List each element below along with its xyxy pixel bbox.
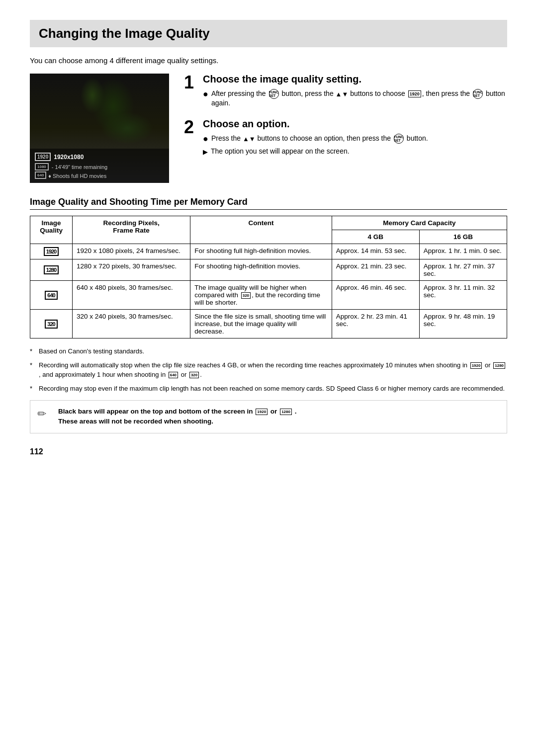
icon-320-note: 320: [189, 372, 199, 378]
content-cell-1920: For shooting full high-definition movies…: [190, 244, 332, 259]
cap-4gb-1920: Approx. 14 min. 53 sec.: [332, 244, 419, 259]
table-row: 1920 1920 x 1080 pixels, 24 frames/sec. …: [30, 244, 507, 259]
func-set-icon-2: FUNCSET: [473, 89, 483, 99]
recording-cell-320: 320 x 240 pixels, 30 frames/sec.: [73, 310, 190, 338]
tip-box: ✏ Black bars will appear on the top and …: [30, 400, 507, 433]
cap-16gb-1920: Approx. 1 hr. 1 min. 0 sec.: [419, 244, 507, 259]
cam-resolution-text: 1920x1080: [54, 154, 84, 161]
note-1: * Based on Canon's testing standards.: [30, 346, 507, 356]
func-set-icon-3: FUNCSET: [394, 134, 404, 144]
note-1-text: Based on Canon's testing standards.: [39, 346, 144, 356]
th-4gb: 4 GB: [332, 230, 419, 244]
note-3: * Recording may stop even if the maximum…: [30, 384, 507, 394]
tip-text: Black bars will appear on the top and bo…: [58, 407, 296, 427]
quality-icon-1920: 1920: [44, 247, 59, 256]
cap-4gb-640: Approx. 46 min. 46 sec.: [332, 281, 419, 310]
content-cell-1280: For shooting high-definition movies.: [190, 259, 332, 281]
step-1: 1 Choose the image quality setting. ● Af…: [184, 74, 507, 109]
recording-cell-1280: 1280 x 720 pixels, 30 frames/sec.: [73, 259, 190, 281]
step-1-bullet-1: ● After pressing the FUNCSET button, pre…: [203, 89, 507, 107]
step-2-number: 2: [184, 118, 198, 160]
table-header-row-1: Image Quality Recording Pixels, Frame Ra…: [30, 216, 507, 230]
note-bullet-3: *: [30, 384, 36, 394]
step-2-bullet-1: ● Press the ▲▼ buttons to choose an opti…: [203, 134, 428, 145]
notes-section: * Based on Canon's testing standards. * …: [30, 346, 507, 393]
quality-icon-cell-1280: 1280: [30, 259, 73, 281]
th-memory-card-capacity: Memory Card Capacity: [332, 216, 507, 230]
cap-4gb-1280: Approx. 21 min. 23 sec.: [332, 259, 419, 281]
th-16gb: 16 GB: [419, 230, 507, 244]
icon-1280-note: 1280: [493, 362, 505, 369]
cap-16gb-640: Approx. 3 hr. 11 min. 32 sec.: [419, 281, 507, 310]
top-section: 1920 1920x1080 1080 - 14'49" time remain…: [30, 74, 507, 183]
bullet-dot-1: ●: [203, 89, 208, 107]
cap-16gb-1280: Approx. 1 hr. 27 min. 37 sec.: [419, 259, 507, 281]
step-2-bullet-2-text: The option you set will appear on the sc…: [211, 147, 350, 158]
table-row: 640 640 x 480 pixels, 30 frames/sec. The…: [30, 281, 507, 310]
table-section-title: Image Quality and Shooting Time per Memo…: [30, 197, 507, 210]
arrow-updown-2: ▲▼: [243, 135, 256, 143]
step-2-heading: Choose an option.: [203, 118, 428, 130]
note-3-text: Recording may stop even if the maximum c…: [39, 384, 505, 394]
cap-4gb-320: Approx. 2 hr. 23 min. 41 sec.: [332, 310, 419, 338]
quality-icon-cell-320: 320: [30, 310, 73, 338]
note-2: * Recording will automatically stop when…: [30, 360, 507, 380]
quality-icon-cell-1920: 1920: [30, 244, 73, 259]
step-2-bullet-2: ▶ The option you set will appear on the …: [203, 147, 428, 158]
page-title: Changing the Image Quality: [30, 20, 507, 47]
quality-table: Image Quality Recording Pixels, Frame Ra…: [30, 216, 507, 338]
icon-320-inline-content: 320: [241, 292, 251, 299]
quality-icon-1280: 1280: [44, 265, 59, 274]
pencil-icon: ✏: [37, 408, 52, 420]
recording-cell-1920: 1920 x 1080 pixels, 24 frames/sec.: [73, 244, 190, 259]
recording-cell-640: 640 x 480 pixels, 30 frames/sec.: [73, 281, 190, 310]
cap-16gb-320: Approx. 9 hr. 48 min. 19 sec.: [419, 310, 507, 338]
steps-section: 1 Choose the image quality setting. ● Af…: [184, 74, 507, 183]
cam-icon-640: 640: [35, 171, 46, 179]
th-image-quality: Image Quality: [30, 216, 73, 244]
table-row: 320 320 x 240 pixels, 30 frames/sec. Sin…: [30, 310, 507, 338]
triangle-icon-1: ▶: [203, 147, 208, 158]
note-2-text: Recording will automatically stop when t…: [39, 360, 507, 380]
icon-1280-tip: 1280: [280, 409, 292, 415]
table-row: 1280 1280 x 720 pixels, 30 frames/sec. F…: [30, 259, 507, 281]
step-1-content: Choose the image quality setting. ● Afte…: [203, 74, 507, 109]
step-2-bullet-1-text: Press the ▲▼ buttons to choose an option…: [211, 134, 428, 145]
arrow-updown-1: ▲▼: [336, 90, 349, 98]
camera-screen-image: 1920 1920x1080 1080 - 14'49" time remain…: [30, 74, 169, 183]
intro-text: You can choose among 4 different image q…: [30, 56, 507, 65]
cam-shoots-full-hd: ♦ Shoots full HD movies: [48, 173, 106, 179]
th-content: Content: [190, 216, 332, 244]
step-1-heading: Choose the image quality setting.: [203, 74, 507, 85]
icon-1920-note: 1920: [470, 362, 482, 369]
bullet-dot-2: ●: [203, 134, 208, 145]
note-bullet-1: *: [30, 346, 36, 356]
icon-640-note: 640: [169, 372, 178, 378]
note-bullet-2: *: [30, 360, 36, 380]
quality-icon-cell-640: 640: [30, 281, 73, 310]
func-set-icon-1: FUNCSET: [269, 89, 279, 99]
cam-time-remaining: - 14'49" time remaining: [52, 164, 107, 170]
step-1-number: 1: [184, 74, 198, 109]
quality-icon-640: 640: [45, 291, 57, 300]
cam-icon-1080: 1080: [35, 163, 49, 170]
content-cell-640: The image quality will be higher when co…: [190, 281, 332, 310]
content-cell-320: Since the file size is small, shooting t…: [190, 310, 332, 338]
quality-icon-320: 320: [45, 320, 57, 329]
1920-icon-inline: 1920: [408, 90, 421, 98]
step-2: 2 Choose an option. ● Press the ▲▼ butto…: [184, 118, 507, 160]
cam-icon-1920: 1920: [35, 153, 51, 161]
step-2-content: Choose an option. ● Press the ▲▼ buttons…: [203, 118, 428, 160]
th-recording-pixels: Recording Pixels, Frame Rate: [73, 216, 190, 244]
page-number: 112: [30, 447, 507, 456]
icon-1920-tip: 1920: [256, 409, 268, 415]
step-1-bullet-1-text: After pressing the FUNCSET button, press…: [211, 89, 507, 107]
